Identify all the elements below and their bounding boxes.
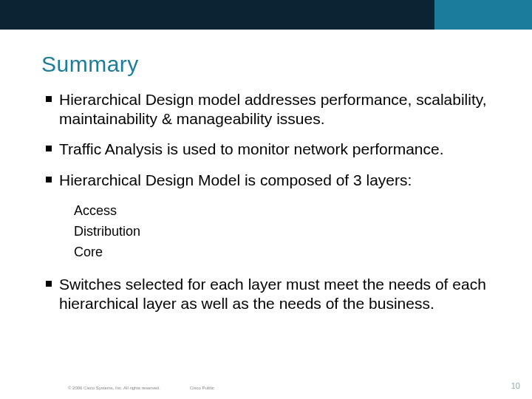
bullet-text: Hierarchical Design Model is composed of… <box>59 171 412 190</box>
footer: © 2006 Cisco Systems, Inc. All rights re… <box>0 386 532 390</box>
sub-item: Access <box>74 201 491 222</box>
page-title: Summary <box>0 30 532 90</box>
bullet-item: Hierarchical Design Model is composed of… <box>46 171 491 190</box>
bullet-item: Hierarchical Design model addresses perf… <box>46 90 491 128</box>
footer-copyright: © 2006 Cisco Systems, Inc. All rights re… <box>68 386 160 390</box>
header-bar <box>0 0 532 30</box>
bullet-square-icon <box>46 177 52 183</box>
slide: Summary Hierarchical Design model addres… <box>0 0 532 399</box>
footer-classification: Cisco Public <box>190 386 214 390</box>
bullet-text: Hierarchical Design model addresses perf… <box>59 90 491 128</box>
bullet-text: Switches selected for each layer must me… <box>59 275 491 313</box>
bullet-text: Traffic Analysis is used to monitor netw… <box>59 140 444 159</box>
bullet-item: Switches selected for each layer must me… <box>46 275 491 313</box>
bullet-square-icon <box>46 146 52 151</box>
content-area: Hierarchical Design model addresses perf… <box>0 90 532 313</box>
bullet-square-icon <box>46 96 52 102</box>
sub-item: Distribution <box>74 222 491 242</box>
bullet-square-icon <box>46 281 52 287</box>
sub-item: Core <box>74 242 491 263</box>
header-accent <box>434 0 532 30</box>
page-number: 10 <box>511 381 520 390</box>
bullet-item: Traffic Analysis is used to monitor netw… <box>46 140 491 159</box>
